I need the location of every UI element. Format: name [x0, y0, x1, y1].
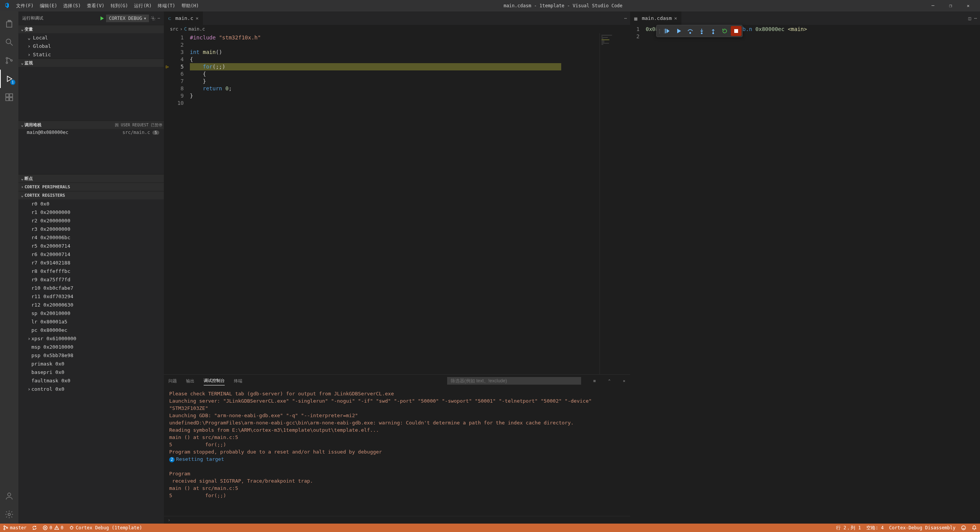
preview-icon: ▦: [634, 16, 640, 21]
register-item[interactable]: msp 0x20010000: [18, 343, 164, 351]
menu-view[interactable]: 查看(V): [84, 0, 108, 11]
register-item[interactable]: r6 0x20000714: [18, 250, 164, 258]
close-panel-icon[interactable]: ×: [623, 379, 626, 383]
close-button[interactable]: ✕: [959, 0, 977, 11]
register-item[interactable]: r12 0x20000630: [18, 300, 164, 309]
register-item[interactable]: r3 0x20000000: [18, 225, 164, 233]
register-item[interactable]: primask 0x0: [18, 359, 164, 368]
filter-settings-icon[interactable]: ≡: [593, 379, 596, 383]
status-branch[interactable]: master: [3, 525, 26, 530]
register-item[interactable]: psp 0x5bb78e98: [18, 351, 164, 359]
tab-main-c[interactable]: C main.c ×: [164, 11, 203, 25]
svg-marker-12: [101, 16, 104, 20]
activity-extensions-icon[interactable]: [0, 88, 18, 106]
register-item[interactable]: sp 0x20010000: [18, 309, 164, 317]
section-variables[interactable]: ⌄ 变量: [18, 25, 164, 33]
register-item[interactable]: lr 0x80001a5: [18, 317, 164, 326]
status-language-mode[interactable]: Cortex-Debug Disassembly: [889, 525, 956, 531]
panel-tab-debugconsole[interactable]: 调试控制台: [204, 376, 225, 385]
menu-edit[interactable]: 编辑(E): [37, 0, 60, 11]
debug-sidebar: 运行和调试 Cortex Debug ▾ ⋯ ⌄ 变量 ⌄Local ›G: [18, 11, 164, 524]
register-item[interactable]: basepri 0x0: [18, 368, 164, 376]
variables-scope-local[interactable]: ⌄Local: [18, 33, 164, 42]
activity-scm-icon[interactable]: [0, 51, 18, 70]
step-into-button[interactable]: [696, 26, 707, 36]
menu-bar: 文件(F) 编辑(E) 选择(S) 查看(V) 转到(G) 运行(R) 终端(T…: [13, 0, 202, 11]
drag-handle-icon[interactable]: ⋮⋮: [657, 28, 661, 34]
register-item[interactable]: r0 0x0: [18, 199, 164, 208]
close-tab-icon[interactable]: ×: [674, 15, 677, 21]
activity-settings-icon[interactable]: [0, 505, 18, 524]
menu-run[interactable]: 运行(R): [131, 0, 155, 11]
status-sync[interactable]: [32, 525, 37, 530]
callstack-frame[interactable]: main@0x080000ec src/main.c5: [18, 129, 164, 136]
variables-scope-static[interactable]: ›Static: [18, 50, 164, 59]
register-item[interactable]: r10 0xb0cfabe7: [18, 284, 164, 292]
menu-help[interactable]: 帮助(H): [178, 0, 202, 11]
debug-console[interactable]: Please check TERMINAL tab (gdb-server) f…: [164, 387, 630, 516]
status-debug-session[interactable]: Cortex Debug (1template): [69, 525, 142, 530]
gear-icon[interactable]: [150, 16, 156, 21]
activity-explorer-icon[interactable]: [0, 15, 18, 33]
menu-file[interactable]: 文件(F): [13, 0, 37, 11]
breadcrumbs[interactable]: src› C main.c: [164, 25, 630, 33]
activity-account-icon[interactable]: [0, 487, 18, 505]
section-breakpoints[interactable]: ⌄ 断点: [18, 174, 164, 183]
split-editor-icon[interactable]: ◫: [969, 16, 971, 21]
debug-config-select[interactable]: Cortex Debug ▾: [106, 15, 149, 22]
pause-button[interactable]: [673, 26, 684, 36]
tab-main-cdasm[interactable]: ▦ main.cdasm ×: [630, 11, 681, 25]
register-item[interactable]: › xpsr 0x61000000: [18, 334, 164, 343]
panel-tab-terminal[interactable]: 终端: [234, 377, 242, 385]
menu-go[interactable]: 转到(G): [108, 0, 131, 11]
status-feedback-icon[interactable]: [961, 525, 966, 531]
step-out-button[interactable]: [708, 26, 719, 36]
register-item[interactable]: r7 0x91402188: [18, 258, 164, 267]
menu-terminal[interactable]: 终端(T): [155, 0, 178, 11]
register-item[interactable]: r5 0x20000714: [18, 242, 164, 250]
minimap[interactable]: [599, 33, 630, 374]
register-item[interactable]: pc 0x80000ec: [18, 326, 164, 334]
titlebar: 文件(F) 编辑(E) 选择(S) 查看(V) 转到(G) 运行(R) 终端(T…: [0, 0, 980, 11]
register-item[interactable]: r8 0xffefffbc: [18, 267, 164, 275]
status-line-col[interactable]: 行 2，列 1: [836, 525, 861, 531]
close-tab-icon[interactable]: ×: [196, 15, 199, 21]
svg-rect-21: [734, 29, 738, 33]
register-item[interactable]: r4 0x200006bc: [18, 233, 164, 242]
panel-tabs: 问题 输出 调试控制台 终端 ≡ ⌃ ×: [164, 375, 630, 387]
maximize-button[interactable]: ❐: [942, 0, 959, 11]
section-cortex-peripherals[interactable]: › CORTEX PERIPHERALS: [18, 183, 164, 191]
register-item[interactable]: › control 0x0: [18, 385, 164, 393]
code-editor-main-c[interactable]: ▷ 12345678910 #include "stm32f10x.h"int …: [164, 33, 630, 374]
more-actions-icon[interactable]: ⋯: [974, 16, 977, 21]
status-spaces[interactable]: 空格: 4: [866, 525, 884, 531]
clear-console-icon[interactable]: ⌃: [608, 379, 611, 383]
register-item[interactable]: r11 0xdf703294: [18, 292, 164, 300]
stop-button[interactable]: [731, 26, 742, 36]
continue-button[interactable]: [662, 26, 673, 36]
activity-debug-icon[interactable]: 1: [0, 70, 18, 88]
start-debug-button[interactable]: [99, 16, 105, 21]
register-item[interactable]: faultmask 0x0: [18, 376, 164, 385]
register-item[interactable]: r2 0x20000000: [18, 216, 164, 225]
panel-tab-problems[interactable]: 问题: [168, 377, 177, 385]
more-icon[interactable]: ⋯: [157, 16, 160, 21]
minimize-button[interactable]: ─: [924, 0, 942, 11]
variables-scope-global[interactable]: ›Global: [18, 42, 164, 50]
status-problems[interactable]: 0 0: [42, 525, 63, 530]
register-item[interactable]: r9 0xa75ff7fd: [18, 275, 164, 284]
register-item[interactable]: r1 0x20000000: [18, 208, 164, 216]
panel-tab-output[interactable]: 输出: [186, 377, 194, 385]
code-editor-disasm[interactable]: 12 0x080000ec: fe e7 b.n 0x80000ec <main…: [630, 25, 980, 524]
section-callstack[interactable]: ⌄ 调用堆栈 因 USER REQUEST 已暂停: [18, 121, 164, 129]
step-over-button[interactable]: [685, 26, 696, 36]
debug-toolbar[interactable]: ⋮⋮: [656, 25, 743, 37]
activity-search-icon[interactable]: [0, 33, 18, 51]
menu-selection[interactable]: 选择(S): [60, 0, 84, 11]
more-actions-icon[interactable]: ⋯: [624, 16, 627, 21]
status-bell-icon[interactable]: [972, 525, 977, 531]
panel-filter-input[interactable]: [447, 377, 581, 385]
section-cortex-registers[interactable]: ⌄ CORTEX REGISTERS: [18, 191, 164, 199]
section-watch[interactable]: ⌄ 监视: [18, 59, 164, 67]
restart-button[interactable]: [719, 26, 730, 36]
